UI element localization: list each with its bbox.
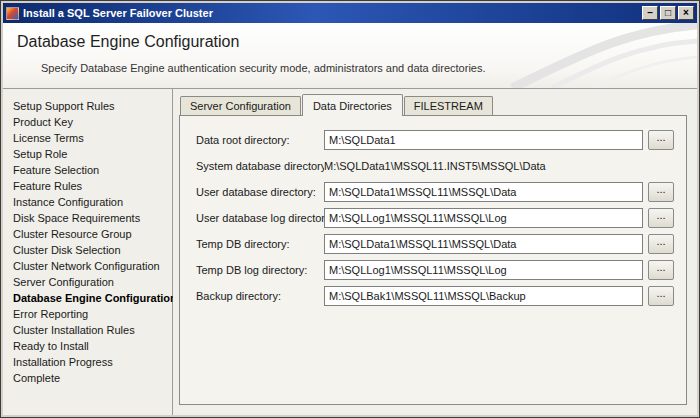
field-label: User database log directory: — [196, 212, 324, 224]
tempdb-browse-button[interactable]: ... — [648, 234, 674, 254]
field-row-user-database-log-directory: User database log directory: ... — [196, 208, 674, 228]
sidebar-item-feature-rules: Feature Rules — [13, 178, 166, 194]
tempdb-directory-input[interactable] — [324, 234, 643, 254]
maximize-button[interactable]: □ — [660, 6, 676, 20]
sidebar-item-license-terms: License Terms — [13, 130, 166, 146]
sidebar-item-installation-progress: Installation Progress — [13, 354, 166, 370]
data-root-browse-button[interactable]: ... — [648, 130, 674, 150]
sidebar-item-disk-space-requirements: Disk Space Requirements — [13, 210, 166, 226]
title-bar[interactable]: Install a SQL Server Failover Cluster – … — [3, 3, 697, 23]
data-directories-panel: Data root directory: ... System database… — [179, 115, 687, 405]
sidebar-item-error-reporting: Error Reporting — [13, 306, 166, 322]
tab-filestream[interactable]: FILESTREAM — [404, 96, 493, 115]
sidebar-item-product-key: Product Key — [13, 114, 166, 130]
tab-data-directories[interactable]: Data Directories — [302, 94, 403, 116]
field-row-backup-directory: Backup directory: ... — [196, 286, 674, 306]
field-row-tempdb-directory: Temp DB directory: ... — [196, 234, 674, 254]
tab-server-configuration[interactable]: Server Configuration — [180, 96, 301, 115]
tab-strip: Server Configuration Data Directories FI… — [179, 94, 687, 115]
user-database-directory-input[interactable] — [324, 182, 643, 202]
field-label: System database directory: — [196, 160, 324, 172]
sidebar-item-cluster-disk-selection: Cluster Disk Selection — [13, 242, 166, 258]
backup-directory-input[interactable] — [324, 286, 643, 306]
system-database-directory-value: M:\SQLData1\MSSQL11.INST5\MSSQL\Data — [324, 160, 674, 172]
field-row-data-root-directory: Data root directory: ... — [196, 130, 674, 150]
user-database-log-browse-button[interactable]: ... — [648, 208, 674, 228]
sidebar-item-feature-selection: Feature Selection — [13, 162, 166, 178]
installer-window: Install a SQL Server Failover Cluster – … — [0, 0, 700, 418]
field-label: Temp DB log directory: — [196, 264, 324, 276]
wizard-body: Setup Support Rules Product Key License … — [3, 89, 697, 415]
sidebar-item-cluster-network-configuration: Cluster Network Configuration — [13, 258, 166, 274]
field-row-system-database-directory: System database directory: M:\SQLData1\M… — [196, 156, 674, 176]
sidebar-item-setup-role: Setup Role — [13, 146, 166, 162]
sidebar-item-database-engine-configuration: Database Engine Configuration — [13, 290, 166, 306]
window-title: Install a SQL Server Failover Cluster — [23, 7, 640, 19]
sidebar-item-instance-configuration: Instance Configuration — [13, 194, 166, 210]
field-label: Backup directory: — [196, 290, 324, 302]
sidebar-item-cluster-resource-group: Cluster Resource Group — [13, 226, 166, 242]
maximize-icon: □ — [665, 8, 671, 18]
tempdb-log-browse-button[interactable]: ... — [648, 260, 674, 280]
field-row-user-database-directory: User database directory: ... — [196, 182, 674, 202]
field-label: Data root directory: — [196, 134, 324, 146]
page-subtitle: Specify Database Engine authentication s… — [41, 62, 697, 74]
user-database-browse-button[interactable]: ... — [648, 182, 674, 202]
app-icon — [6, 7, 19, 20]
main-panel: Server Configuration Data Directories FI… — [173, 89, 697, 415]
field-label: User database directory: — [196, 186, 324, 198]
close-icon: × — [683, 8, 689, 18]
page-title: Database Engine Configuration — [17, 33, 697, 51]
sidebar-item-server-configuration: Server Configuration — [13, 274, 166, 290]
backup-browse-button[interactable]: ... — [648, 286, 674, 306]
sidebar-item-cluster-installation-rules: Cluster Installation Rules — [13, 322, 166, 338]
sidebar-item-ready-to-install: Ready to Install — [13, 338, 166, 354]
user-database-log-directory-input[interactable] — [324, 208, 643, 228]
field-label: Temp DB directory: — [196, 238, 324, 250]
minimize-button[interactable]: – — [642, 6, 658, 20]
wizard-header: Database Engine Configuration Specify Da… — [3, 23, 697, 89]
data-root-directory-input[interactable] — [324, 130, 643, 150]
field-row-tempdb-log-directory: Temp DB log directory: ... — [196, 260, 674, 280]
tempdb-log-directory-input[interactable] — [324, 260, 643, 280]
close-button[interactable]: × — [678, 6, 694, 20]
wizard-steps-sidebar: Setup Support Rules Product Key License … — [3, 89, 173, 415]
sidebar-item-complete: Complete — [13, 370, 166, 386]
minimize-icon: – — [647, 8, 653, 18]
sidebar-item-setup-support-rules: Setup Support Rules — [13, 98, 166, 114]
